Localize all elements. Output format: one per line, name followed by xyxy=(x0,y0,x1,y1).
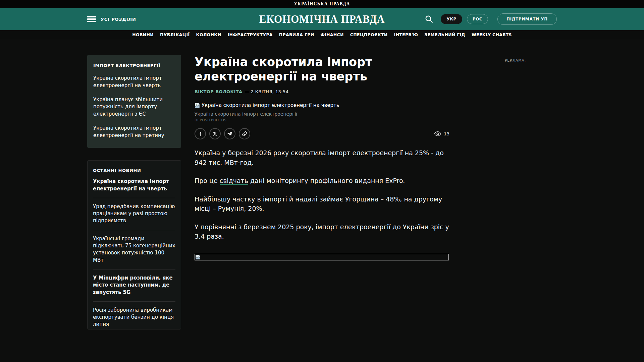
nav-item-weekly-charts[interactable]: WEEKLY CHARTS xyxy=(472,32,512,37)
latest-news-box: ОСТАННІ НОВИНИ Україна скоротила імпорт … xyxy=(87,160,181,329)
facebook-icon xyxy=(198,131,203,136)
nav-item-finansy[interactable]: ФІНАНСИ xyxy=(320,32,343,37)
share-facebook-button[interactable] xyxy=(195,128,206,139)
link-icon xyxy=(242,131,247,136)
latest-news-title: ОСТАННІ НОВИНИ xyxy=(93,168,175,173)
source-link[interactable]: свідчать xyxy=(220,177,248,185)
latest-item[interactable]: Уряд передбачив компенсацію працівникам … xyxy=(93,198,175,230)
latest-item[interactable]: Росія заборонила виробникам експортувати… xyxy=(93,301,175,329)
broken-embed-image xyxy=(195,254,449,260)
author-link[interactable]: ВІКТОР ВОЛОКІТА xyxy=(195,89,243,94)
top-brand-bar: УКРАЇНСЬКА ПРАВДА xyxy=(0,0,644,8)
paragraph-text: дані моніторингу профільного видання ExP… xyxy=(248,177,405,184)
hamburger-icon xyxy=(87,16,96,22)
share-telegram-button[interactable] xyxy=(224,128,235,139)
nav-item-novyny[interactable]: НОВИНИ xyxy=(132,32,154,37)
share-x-twitter-button[interactable] xyxy=(209,128,221,139)
paragraph-text: Про це xyxy=(195,177,220,184)
nav-item-pravyla-hry[interactable]: ПРАВИЛА ГРИ xyxy=(279,32,314,37)
lang-toggle-ros[interactable]: РОС xyxy=(467,14,488,24)
share-row: 13 xyxy=(195,128,449,139)
nav-item-kolonky[interactable]: КОЛОНКИ xyxy=(196,32,221,37)
ad-label: РЕКЛАМА: xyxy=(505,58,526,63)
related-topic-box: ІМПОРТ ЕЛЕКТРОЕНЕРГІЇ Україна скоротила … xyxy=(87,55,181,148)
site-header: УСІ РОЗДІЛИ ЕКОНОМІЧНА ПРАВДА УКР РОС ПІ… xyxy=(0,8,644,30)
article: Україна скоротила імпорт електроенергії … xyxy=(195,55,449,260)
latest-item[interactable]: Українські громади підключать 75 когенер… xyxy=(93,230,175,269)
nav-item-infrastruktura[interactable]: ІНФРАСТРУКТУРА xyxy=(228,32,273,37)
ekonomichna-pravda-logo[interactable]: ЕКОНОМІЧНА ПРАВДА xyxy=(259,12,385,26)
broken-image-icon xyxy=(195,254,200,260)
view-counter: 13 xyxy=(434,131,449,136)
nav-item-spetsproekty[interactable]: СПЕЦПРОЄКТИ xyxy=(350,32,388,37)
ad-column: РЕКЛАМА: xyxy=(505,55,526,63)
support-up-button[interactable]: ПІДТРИМАТИ УП xyxy=(497,13,557,25)
ukrainska-pravda-logo[interactable]: УКРАЇНСЬКА ПРАВДА xyxy=(294,1,350,7)
nav-item-interviu[interactable]: ІНТЕРВ'Ю xyxy=(394,32,418,37)
eye-icon xyxy=(434,131,441,136)
share-copy-link-button[interactable] xyxy=(239,128,250,139)
main-nav: НОВИНИ ПУБЛІКАЦІЇ КОЛОНКИ ІНФРАСТРУКТУРА… xyxy=(0,30,644,39)
search-button[interactable] xyxy=(425,15,433,23)
sidebar: ІМПОРТ ЕЛЕКТРОЕНЕРГІЇ Україна скоротила … xyxy=(87,55,181,329)
related-item[interactable]: Україна скоротила імпорт електроенергії … xyxy=(93,125,175,139)
hero-image-alt-text: Україна скоротила імпорт електроенергії … xyxy=(202,102,339,108)
nav-item-zemelnyi-hid[interactable]: ЗЕМЕЛЬНИЙ ГІД xyxy=(424,32,465,37)
all-sections-label: УСІ РОЗДІЛИ xyxy=(101,17,136,22)
byline: ВІКТОР ВОЛОКІТА — 2 КВІТНЯ, 13:54 xyxy=(195,89,449,94)
share-icons xyxy=(195,128,250,139)
related-topic-title: ІМПОРТ ЕЛЕКТРОЕНЕРГІЇ xyxy=(93,63,175,68)
latest-item[interactable]: Україна скоротила імпорт електроенергії … xyxy=(93,173,175,198)
paragraph: Україна у березні 2026 року скоротила ім… xyxy=(195,148,449,167)
header-actions: УКР РОС ПІДТРИМАТИ УП xyxy=(425,13,557,25)
broken-image-icon xyxy=(195,103,200,108)
paragraph: У порівнянні з березнем 2025 року, імпор… xyxy=(195,222,449,241)
search-icon xyxy=(425,15,433,23)
paragraph: Про це свідчать дані моніторингу профіль… xyxy=(195,176,449,186)
telegram-icon xyxy=(227,131,232,136)
paragraph: Найбільшу частку в імпорті й надалі займ… xyxy=(195,194,449,214)
view-count: 13 xyxy=(444,131,449,136)
x-twitter-icon xyxy=(213,131,217,136)
related-item[interactable]: Україна планує збільшити потужність для … xyxy=(93,96,175,118)
all-sections-menu[interactable]: УСІ РОЗДІЛИ xyxy=(87,16,136,22)
article-title: Україна скоротила імпорт електроенергії … xyxy=(195,55,382,83)
image-caption: Україна скоротила імпорт електроенергії xyxy=(195,111,449,117)
image-credit: DEPOSITPHOTOS xyxy=(195,118,449,122)
hero-image-broken: Україна скоротила імпорт електроенергії … xyxy=(195,102,449,108)
content-layout: ІМПОРТ ЕЛЕКТРОЕНЕРГІЇ Україна скоротила … xyxy=(0,39,644,329)
lang-toggle-ukr[interactable]: УКР xyxy=(441,14,462,24)
publish-date: — 2 КВІТНЯ, 13:54 xyxy=(245,89,289,94)
nav-item-publikatsii[interactable]: ПУБЛІКАЦІЇ xyxy=(160,32,190,37)
related-item[interactable]: Україна скоротила імпорт електроенергії … xyxy=(93,75,175,89)
latest-item[interactable]: У Мінцифри розповіли, яке місто стане на… xyxy=(93,269,175,301)
